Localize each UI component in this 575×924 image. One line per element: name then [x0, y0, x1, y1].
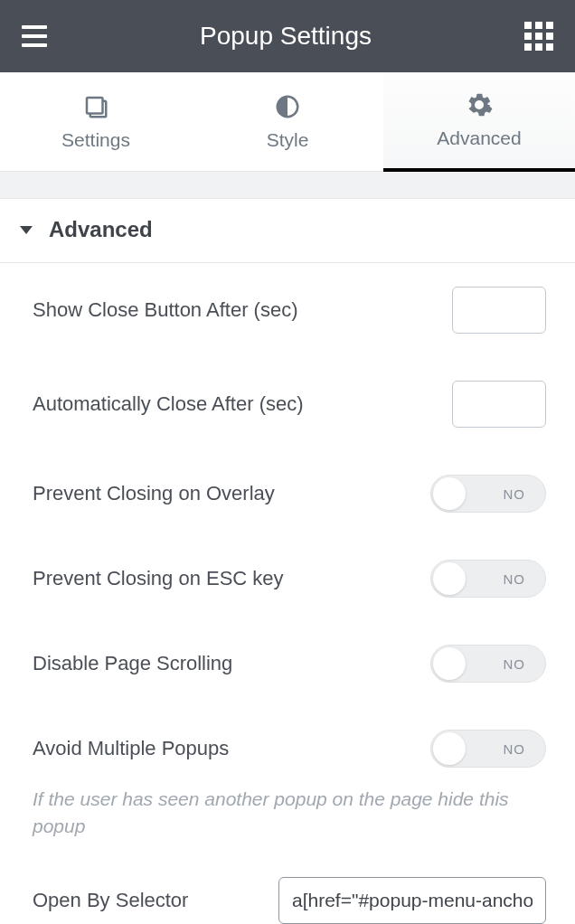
toggle-knob [433, 562, 466, 595]
tab-style[interactable]: Style [192, 72, 383, 171]
apps-icon[interactable] [524, 22, 553, 51]
toggle-knob [433, 647, 466, 680]
label-auto-close-after: Automatically Close After (sec) [33, 392, 452, 416]
row-auto-close-after: Automatically Close After (sec) [33, 357, 546, 451]
label-prevent-overlay: Prevent Closing on Overlay [33, 482, 430, 505]
tab-label: Settings [61, 129, 130, 151]
label-show-close-after: Show Close Button After (sec) [33, 298, 452, 322]
input-open-by-selector[interactable] [278, 877, 546, 924]
tab-label: Style [267, 129, 309, 151]
row-disable-scroll: Disable Page Scrolling NO [33, 621, 546, 706]
app-header: Popup Settings [0, 0, 575, 72]
toggle-knob [433, 732, 466, 765]
gear-icon [466, 91, 493, 118]
toggle-prevent-overlay[interactable]: NO [430, 475, 546, 513]
toggle-state: NO [504, 741, 526, 757]
toggle-state: NO [504, 486, 526, 502]
label-avoid-multiple: Avoid Multiple Popups [33, 737, 430, 760]
toggle-state: NO [504, 571, 526, 587]
controls-panel: Show Close Button After (sec) Automatica… [0, 263, 575, 924]
tab-label: Advanced [437, 127, 521, 149]
input-auto-close-after[interactable] [452, 381, 546, 428]
row-avoid-multiple: Avoid Multiple Popups NO [33, 706, 546, 791]
section-title: Advanced [49, 217, 153, 242]
contrast-icon [274, 93, 301, 120]
tab-advanced[interactable]: Advanced [383, 72, 575, 172]
row-prevent-esc: Prevent Closing on ESC key NO [33, 536, 546, 621]
label-disable-scroll: Disable Page Scrolling [33, 652, 430, 675]
label-open-by-selector: Open By Selector [33, 889, 278, 912]
spacer [0, 172, 575, 199]
tab-settings[interactable]: Settings [0, 72, 192, 171]
input-show-close-after[interactable] [452, 287, 546, 334]
tabs: Settings Style Advanced [0, 72, 575, 172]
toggle-avoid-multiple[interactable]: NO [430, 730, 546, 768]
toggle-prevent-esc[interactable]: NO [430, 560, 546, 598]
window-icon [82, 93, 109, 120]
caret-down-icon [20, 226, 33, 234]
row-show-close-after: Show Close Button After (sec) [33, 263, 546, 357]
row-open-by-selector: Open By Selector [33, 857, 546, 924]
toggle-state: NO [504, 656, 526, 672]
label-prevent-esc: Prevent Closing on ESC key [33, 567, 430, 590]
toggle-knob [433, 477, 466, 510]
menu-icon[interactable] [22, 25, 47, 47]
row-prevent-overlay: Prevent Closing on Overlay NO [33, 451, 546, 536]
page-title: Popup Settings [47, 22, 524, 51]
help-avoid-multiple: If the user has seen another popup on th… [33, 786, 546, 857]
section-header-advanced[interactable]: Advanced [0, 199, 575, 263]
toggle-disable-scroll[interactable]: NO [430, 645, 546, 683]
